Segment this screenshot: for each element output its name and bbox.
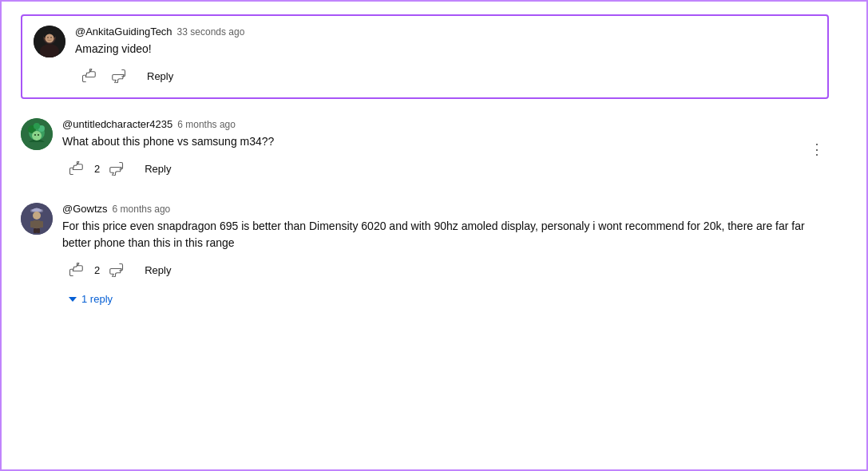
comment-text: Amazing video!: [75, 41, 816, 57]
reply-button[interactable]: Reply: [137, 259, 179, 281]
svg-rect-22: [40, 221, 43, 228]
dislike-button[interactable]: [105, 64, 133, 88]
comment-author: @AnkitaGuidingTech: [75, 26, 172, 38]
dislike-button[interactable]: [103, 156, 130, 180]
avatar: [34, 26, 65, 57]
comment-header: @AnkitaGuidingTech 33 seconds ago: [75, 26, 816, 38]
comment-actions: 2 Reply: [62, 258, 829, 282]
avatar: [21, 118, 53, 150]
svg-point-6: [47, 37, 49, 38]
svg-point-12: [34, 123, 40, 129]
comment-text: For this price even snapdragon 695 is be…: [62, 218, 829, 251]
svg-point-5: [46, 34, 54, 43]
comment-item: @untitledcharacter4235 6 months ago What…: [21, 118, 829, 180]
like-count: 2: [94, 264, 100, 276]
comment-time: 6 months ago: [177, 119, 236, 130]
comment-content: @AnkitaGuidingTech 33 seconds ago Amazin…: [75, 26, 816, 88]
comment-text: What about this phone vs samsung m34??: [62, 133, 829, 150]
comment-actions: Reply: [75, 64, 816, 88]
dislike-button[interactable]: [103, 258, 130, 282]
like-count: 2: [94, 163, 100, 175]
like-button[interactable]: [75, 64, 102, 88]
comment-author: @untitledcharacter4235: [62, 118, 172, 130]
comment-time: 6 months ago: [113, 204, 171, 215]
comment-header: @untitledcharacter4235 6 months ago: [62, 118, 829, 130]
comment-author: @Gowtzs: [62, 203, 108, 215]
comment-item: @AnkitaGuidingTech 33 seconds ago Amazin…: [21, 14, 829, 99]
svg-rect-21: [30, 221, 34, 228]
svg-point-7: [50, 37, 52, 38]
comment-item: @Gowtzs 6 months ago For this price even…: [21, 203, 829, 310]
replies-toggle-button[interactable]: 1 reply: [62, 288, 119, 310]
svg-point-13: [32, 131, 42, 141]
svg-point-14: [34, 134, 36, 136]
reply-button[interactable]: Reply: [137, 158, 179, 180]
thumbs-down-icon: [109, 161, 124, 176]
comment-actions: 2 Reply: [62, 156, 829, 180]
avatar: [21, 203, 53, 235]
like-button[interactable]: [62, 156, 89, 180]
thumbs-down-icon: [112, 69, 126, 83]
thumbs-down-icon: [109, 263, 124, 277]
svg-rect-24: [37, 228, 40, 233]
svg-rect-20: [33, 220, 41, 228]
thumbs-up-icon: [69, 161, 83, 176]
replies-count-label: 1 reply: [81, 293, 113, 305]
comment-content: @Gowtzs 6 months ago For this price even…: [62, 203, 829, 310]
thumbs-up-icon: [69, 263, 83, 277]
reply-button[interactable]: Reply: [139, 65, 181, 87]
svg-rect-23: [34, 228, 37, 233]
comment-header: @Gowtzs 6 months ago: [62, 203, 829, 215]
comment-time: 33 seconds ago: [177, 26, 245, 38]
comments-container: @AnkitaGuidingTech 33 seconds ago Amazin…: [2, 2, 848, 338]
chevron-down-icon: [69, 297, 77, 302]
svg-point-19: [33, 212, 41, 220]
svg-point-15: [38, 134, 39, 136]
like-button[interactable]: [62, 258, 89, 282]
more-options-button[interactable]: ⋮: [805, 137, 829, 161]
comment-content: @untitledcharacter4235 6 months ago What…: [62, 118, 829, 180]
thumbs-up-icon: [81, 69, 96, 83]
